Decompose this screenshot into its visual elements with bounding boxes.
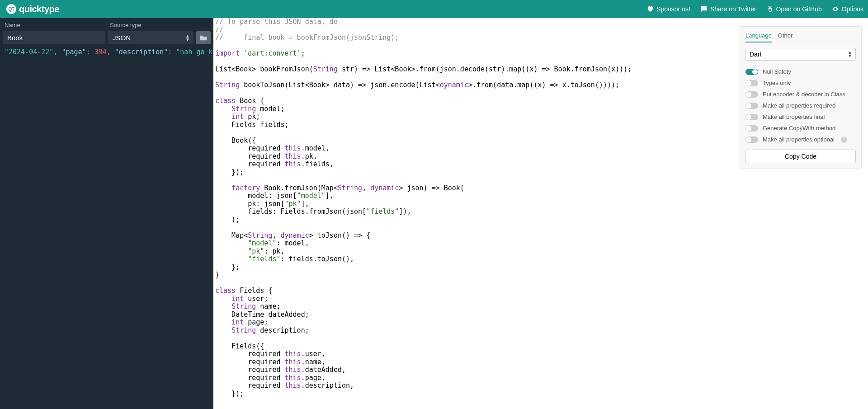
logo-text: quicktype <box>19 4 59 14</box>
folder-icon <box>199 35 208 41</box>
name-input[interactable] <box>3 31 105 44</box>
logo-icon: QT <box>6 4 16 14</box>
open-file-button[interactable] <box>196 31 211 44</box>
opt-null-safety-label: Null Safety <box>763 68 791 75</box>
sponsor-link[interactable]: Sponsor us! <box>646 5 690 13</box>
toggle-all-final[interactable] <box>745 114 758 120</box>
options-link[interactable]: Options <box>832 5 863 13</box>
toggle-null-safety[interactable] <box>745 69 758 75</box>
opt-encoder-label: Put encoder & decoder in Class <box>763 91 845 98</box>
help-icon[interactable]: ? <box>841 136 847 143</box>
json-input-area[interactable]: "2024-04-22", "page": 394, "description"… <box>0 44 213 60</box>
source-type-label: Source type <box>108 21 211 31</box>
options-panel: Language Other Dart ▲▼ Null Safety Types… <box>740 26 862 169</box>
name-label: Name <box>3 21 105 31</box>
opt-required-label: Make all properties required <box>763 102 835 109</box>
sidebar: Name Source type JSON ▲▼ <box>0 18 213 409</box>
opt-types-only-label: Types only <box>763 80 791 86</box>
heart-icon <box>646 5 654 13</box>
source-type-select[interactable]: JSON <box>108 31 193 44</box>
toggle-all-optional[interactable] <box>745 136 758 143</box>
github-link[interactable]: Open on GitHub <box>766 5 822 13</box>
twitter-link[interactable]: Share on Twitter <box>700 5 756 13</box>
github-text: Open on GitHub <box>776 5 822 13</box>
github-icon <box>766 5 774 13</box>
toggle-types-only[interactable] <box>745 80 758 86</box>
tab-other[interactable]: Other <box>778 32 793 42</box>
options-text: Options <box>842 5 863 13</box>
opt-final-label: Make all properties final <box>763 113 825 120</box>
eye-icon <box>832 5 839 13</box>
toggle-copywith[interactable] <box>745 125 758 132</box>
language-select[interactable]: Dart <box>745 48 856 61</box>
toggle-encoder-in-class[interactable] <box>745 91 758 98</box>
logo[interactable]: QT quicktype <box>6 4 59 14</box>
toggle-all-required[interactable] <box>745 103 758 109</box>
opt-copywith-label: Generate CopyWith method <box>763 125 835 132</box>
sponsor-text: Sponsor us! <box>656 5 690 13</box>
twitter-icon <box>700 5 708 13</box>
copy-code-button[interactable]: Copy Code <box>745 150 856 163</box>
opt-optional-label: Make all properties optional <box>763 136 835 143</box>
header: QT quicktype Sponsor us! Share on Twitte… <box>0 0 868 18</box>
twitter-text: Share on Twitter <box>710 5 756 13</box>
tab-language[interactable]: Language <box>745 32 772 42</box>
